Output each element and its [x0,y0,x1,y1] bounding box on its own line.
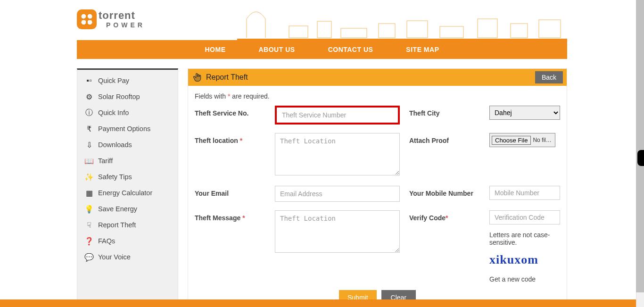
side-widget-tab-icon[interactable] [637,150,644,166]
required-note: Fields with * are required. [195,92,560,100]
wand-icon: ✨ [85,173,93,181]
book-icon: 📖 [85,157,93,165]
asterisk-icon: * [242,214,245,222]
pointing-hand-icon [193,73,202,82]
primary-nav: HOME ABOUT US CONTACT US SITE MAP [77,40,567,59]
file-status-text: No file chosen [533,137,553,143]
card-icon: ▪▫ [85,76,93,85]
label-theft-city: Theft City [409,106,480,117]
captcha-note: Letters are not case-sensitive. [489,231,560,246]
info-icon: ⓘ [85,108,93,117]
choose-file-button[interactable]: Choose File [492,136,531,145]
sidebar-item-label: Quick Info [98,109,129,116]
svg-rect-0 [289,26,308,38]
sidebar-item-label: Downloads [98,141,132,149]
svg-rect-7 [511,24,528,38]
bulb-icon: 💡 [85,205,93,213]
svg-rect-8 [539,20,561,38]
sidebar-item-label: Solar Rooftop [98,93,140,100]
captcha-image: xikuxom [489,253,560,267]
sidebar-item-label: Your Voice [98,253,131,261]
label-theft-location: Theft location * [195,133,265,144]
gear-icon: ⚙ [85,92,93,101]
mobile-number-input[interactable] [489,186,560,200]
sidebar-item-save-energy[interactable]: 💡 Save Energy [77,201,178,217]
sidebar-item-downloads[interactable]: ⇩ Downloads [77,137,178,153]
sidebar-item-label: Tariff [98,157,113,165]
brand-logo[interactable]: torrent POWER [77,9,145,29]
sidebar-item-label: Energy Calculator [98,189,152,197]
sidebar-item-quick-info[interactable]: ⓘ Quick Info [77,105,178,121]
sidebar: ▪▫ Quick Pay ⚙ Solar Rooftop ⓘ Quick Inf… [77,68,178,307]
theft-city-select[interactable]: Dahej [489,106,560,120]
sidebar-item-quick-pay[interactable]: ▪▫ Quick Pay [77,73,178,89]
theft-service-number-input[interactable] [277,108,397,122]
sidebar-item-label: Safety Tips [98,173,132,181]
attach-proof-file[interactable]: Choose File No file chosen [489,133,555,147]
svg-rect-3 [379,24,395,38]
sidebar-item-your-voice[interactable]: 💬 Your Voice [77,249,178,265]
sidebar-item-report-theft[interactable]: ☟ Report Theft [77,217,178,233]
scrollbar-thumb[interactable] [636,0,644,292]
sidebar-item-label: Report Theft [98,221,136,229]
panel-title: Report Theft [206,73,248,82]
email-input[interactable] [275,186,400,202]
label-verify-code: Verify Code* [409,210,480,222]
captcha-refresh-link[interactable]: Get a new code [489,275,536,283]
sidebar-item-faqs[interactable]: ❓ FAQs [77,233,178,249]
sidebar-item-label: Payment Options [98,125,150,133]
svg-rect-5 [440,26,463,38]
sidebar-item-safety-tips[interactable]: ✨ Safety Tips [77,169,178,185]
download-icon: ⇩ [85,141,93,149]
logo-text: torrent POWER [99,10,145,28]
brand-name: torrent [99,10,145,21]
verification-code-input[interactable] [489,210,560,224]
panel-report-theft: Report Theft Back Fields with * are requ… [188,68,567,307]
svg-rect-6 [478,19,497,38]
svg-rect-1 [317,21,331,38]
grid-icon: ▦ [85,189,93,197]
sidebar-item-label: Quick Pay [98,77,129,84]
sidebar-item-solar-rooftop[interactable]: ⚙ Solar Rooftop [77,89,178,105]
header: torrent POWER [77,0,567,40]
svg-rect-4 [407,21,428,38]
chat-icon: 💬 [85,253,93,261]
skyline-decorative-icon [237,0,567,40]
help-icon: ❓ [85,237,93,245]
sidebar-item-label: Save Energy [98,205,137,213]
theft-location-textarea[interactable] [275,133,400,175]
svg-rect-2 [341,28,367,38]
footer-bar [0,299,636,307]
hand-icon: ☟ [85,221,93,229]
logo-mark-icon [77,9,97,29]
back-button[interactable]: Back [535,71,563,83]
brand-sub: POWER [106,22,145,28]
nav-contact[interactable]: CONTACT US [328,46,373,53]
label-your-mobile: Your Mobile Number [409,186,480,197]
sidebar-item-tariff[interactable]: 📖 Tariff [77,153,178,169]
nav-home[interactable]: HOME [205,46,226,53]
sidebar-item-energy-calculator[interactable]: ▦ Energy Calculator [77,185,178,201]
nav-sitemap[interactable]: SITE MAP [406,46,439,53]
label-theft-message: Theft Message * [195,210,265,222]
asterisk-icon: * [446,214,448,222]
nav-about[interactable]: ABOUT US [259,46,295,53]
sidebar-item-label: FAQs [98,237,115,245]
highlighted-field [275,106,400,124]
theft-message-textarea[interactable] [275,210,400,253]
label-attach-proof: Attach Proof [409,133,480,144]
panel-header: Report Theft Back [188,69,567,86]
asterisk-icon: * [240,137,242,144]
sidebar-item-payment-options[interactable]: ₹ Payment Options [77,121,178,137]
label-your-email: Your Email [195,186,265,197]
label-theft-service-no: Theft Service No. [195,106,265,117]
rupee-icon: ₹ [85,124,93,133]
